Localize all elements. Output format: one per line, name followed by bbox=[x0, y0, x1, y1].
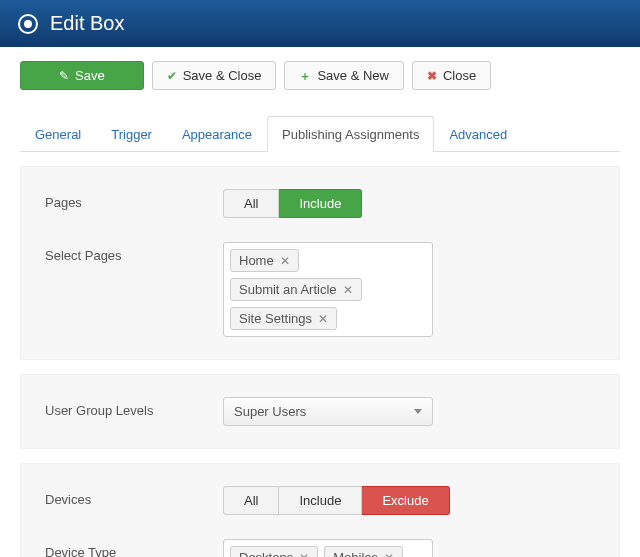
pages-label: Pages bbox=[45, 189, 223, 210]
page-tag-label: Home bbox=[239, 253, 274, 268]
remove-tag-icon[interactable]: ✕ bbox=[299, 551, 309, 558]
tab-appearance[interactable]: Appearance bbox=[167, 116, 267, 152]
tab-advanced[interactable]: Advanced bbox=[434, 116, 522, 152]
page-tag-label: Submit an Article bbox=[239, 282, 337, 297]
panel-usergroups: User Group Levels Super Users bbox=[20, 374, 620, 449]
check-icon: ✔ bbox=[167, 70, 177, 82]
edit-icon: ✎ bbox=[59, 70, 69, 82]
panel-devices: Devices All Include Exclude Device Type … bbox=[20, 463, 620, 557]
tabs: General Trigger Appearance Publishing As… bbox=[20, 116, 620, 152]
page-header: Edit Box bbox=[0, 0, 640, 47]
page-title: Edit Box bbox=[50, 12, 124, 35]
select-pages-label: Select Pages bbox=[45, 242, 223, 263]
save-and-close-button[interactable]: ✔ Save & Close bbox=[152, 61, 277, 90]
select-pages-input[interactable]: Home ✕ Submit an Article ✕ Site Settings… bbox=[223, 242, 433, 337]
pages-mode-include[interactable]: Include bbox=[279, 189, 362, 218]
device-tag-label: Desktops bbox=[239, 550, 293, 557]
pages-mode-group: All Include bbox=[223, 189, 362, 218]
usergroup-label: User Group Levels bbox=[45, 397, 223, 418]
device-tag: Mobiles ✕ bbox=[324, 546, 403, 557]
panel-pages: Pages All Include Select Pages Home ✕ Su… bbox=[20, 166, 620, 360]
target-icon bbox=[18, 14, 38, 34]
devices-mode-group: All Include Exclude bbox=[223, 486, 450, 515]
save-button[interactable]: ✎ Save bbox=[20, 61, 144, 90]
remove-tag-icon[interactable]: ✕ bbox=[384, 551, 394, 558]
devices-mode-all[interactable]: All bbox=[223, 486, 279, 515]
tab-publishing-assignments[interactable]: Publishing Assignments bbox=[267, 116, 434, 152]
device-type-input[interactable]: Desktops ✕ Mobiles ✕ bbox=[223, 539, 433, 557]
usergroup-select-value: Super Users bbox=[234, 404, 306, 419]
chevron-down-icon bbox=[414, 409, 422, 414]
save-and-new-button[interactable]: ＋ Save & New bbox=[284, 61, 404, 90]
pages-mode-all[interactable]: All bbox=[223, 189, 279, 218]
usergroup-select[interactable]: Super Users bbox=[223, 397, 433, 426]
plus-icon: ＋ bbox=[299, 70, 311, 82]
close-button[interactable]: ✖ Close bbox=[412, 61, 491, 90]
close-label: Close bbox=[443, 68, 476, 83]
page-tag-label: Site Settings bbox=[239, 311, 312, 326]
device-tag-label: Mobiles bbox=[333, 550, 378, 557]
remove-tag-icon[interactable]: ✕ bbox=[280, 254, 290, 268]
page-tag: Site Settings ✕ bbox=[230, 307, 337, 330]
remove-tag-icon[interactable]: ✕ bbox=[343, 283, 353, 297]
toolbar: ✎ Save ✔ Save & Close ＋ Save & New ✖ Clo… bbox=[0, 47, 640, 100]
devices-mode-include[interactable]: Include bbox=[279, 486, 362, 515]
devices-mode-exclude[interactable]: Exclude bbox=[362, 486, 449, 515]
tab-trigger[interactable]: Trigger bbox=[96, 116, 167, 152]
page-tag: Home ✕ bbox=[230, 249, 299, 272]
page-tag: Submit an Article ✕ bbox=[230, 278, 362, 301]
tab-general[interactable]: General bbox=[20, 116, 96, 152]
save-button-label: Save bbox=[75, 68, 105, 83]
device-type-label: Device Type bbox=[45, 539, 223, 557]
save-and-close-label: Save & Close bbox=[183, 68, 262, 83]
device-tag: Desktops ✕ bbox=[230, 546, 318, 557]
devices-label: Devices bbox=[45, 486, 223, 507]
close-icon: ✖ bbox=[427, 70, 437, 82]
save-and-new-label: Save & New bbox=[317, 68, 389, 83]
remove-tag-icon[interactable]: ✕ bbox=[318, 312, 328, 326]
